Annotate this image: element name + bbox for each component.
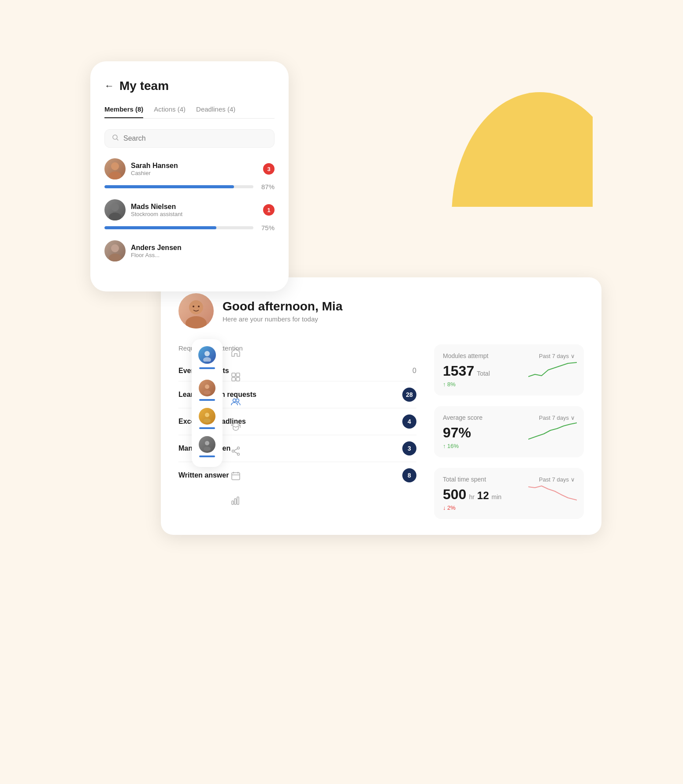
share-icon[interactable] (227, 442, 245, 460)
progress-row-sarah: 87% (104, 183, 275, 190)
attention-badge-manager: 3 (402, 441, 416, 455)
progress-fill-mads (104, 226, 216, 229)
sidebar-member-1[interactable] (192, 375, 223, 403)
attention-badge-written: 8 (402, 468, 416, 482)
sidebar-strip (192, 339, 223, 467)
sparkline-score (528, 421, 577, 443)
progress-fill-sarah (104, 185, 234, 188)
svg-point-39 (193, 306, 194, 307)
sidebar-active-user (198, 346, 216, 364)
svg-point-8 (109, 254, 121, 261)
progress-bg-sarah (104, 185, 253, 188)
svg-point-16 (204, 447, 211, 451)
stat-unit-modules: Total (477, 370, 490, 377)
svg-point-38 (186, 316, 207, 329)
back-button[interactable]: ← (104, 80, 114, 92)
sidebar-avatar-3 (199, 436, 215, 453)
svg-rect-34 (232, 501, 234, 504)
avatar-anders (104, 240, 126, 261)
svg-point-40 (198, 306, 200, 307)
svg-rect-17 (232, 373, 235, 377)
avatar-mads (104, 199, 126, 220)
user-avatar (178, 293, 214, 329)
svg-rect-19 (232, 377, 235, 381)
svg-line-2 (117, 139, 118, 140)
tab-actions[interactable]: Actions (4) (154, 105, 186, 118)
grid-icon[interactable] (227, 368, 245, 386)
svg-point-27 (232, 450, 234, 452)
sidebar-progress-1 (199, 399, 215, 401)
graduation-icon[interactable] (227, 418, 245, 435)
svg-point-11 (205, 385, 209, 389)
stat-change-score: ↑ 16% (443, 443, 575, 449)
stat-card-time: Total time spent Past 7 days ∨ 500 hr 12 (434, 468, 584, 519)
phone-card: ← My team Members (8) Actions (4) Deadli… (90, 61, 289, 291)
sidebar-progress-2 (199, 427, 215, 429)
sparkline-modules (528, 359, 577, 381)
sidebar-member-2[interactable] (192, 403, 223, 432)
member-role-mads: Stockroom assistant (131, 211, 258, 217)
svg-rect-30 (232, 473, 240, 480)
stat-number-time2: 12 (477, 489, 489, 502)
member-item-anders[interactable]: Anders Jensen Floor Ass... (104, 240, 275, 265)
calendar-icon[interactable] (227, 467, 245, 485)
svg-point-0 (452, 92, 593, 207)
sidebar-avatar-2 (199, 408, 215, 425)
greeting-subtitle: Here are your numbers for today (223, 315, 342, 323)
svg-rect-35 (234, 499, 236, 504)
member-role-anders: Floor Ass... (131, 252, 275, 258)
svg-point-26 (238, 453, 240, 455)
stat-header-modules: Modules attempt Past 7 days ∨ (443, 352, 575, 359)
svg-point-22 (236, 399, 239, 402)
svg-point-13 (205, 413, 209, 417)
progress-row-mads: 75% (104, 224, 275, 231)
stat-unit-min: min (492, 493, 502, 500)
svg-point-9 (204, 351, 210, 356)
svg-point-12 (204, 390, 211, 395)
svg-rect-36 (237, 497, 239, 504)
search-input[interactable] (123, 134, 267, 142)
tab-members[interactable]: Members (8) (104, 105, 143, 118)
svg-point-6 (109, 213, 121, 220)
sparkline-time (528, 482, 577, 504)
stat-number-modules: 1537 (443, 363, 474, 379)
member-info-anders: Anders Jensen Floor Ass... (131, 244, 275, 258)
svg-point-5 (111, 203, 119, 211)
stat-label-modules: Modules attempt (443, 352, 489, 359)
stat-period-score[interactable]: Past 7 days ∨ (539, 414, 575, 421)
home-icon[interactable] (227, 343, 245, 361)
page-title: My team (119, 79, 169, 93)
stat-change-time: ↓ 2% (443, 504, 575, 511)
stat-card-modules: Modules attempt Past 7 days ∨ 1537 Total (434, 344, 584, 396)
mountain-decoration (452, 66, 593, 207)
search-icon (112, 134, 119, 143)
greeting-title: Good afternoon, Mia (223, 299, 342, 314)
member-name-mads: Mads Nielsen (131, 203, 258, 211)
attention-value-event: 0 (412, 367, 416, 375)
member-name-sarah: Sarah Hansen (131, 162, 258, 170)
nav-icons-column (227, 343, 245, 509)
attention-badge-learning: 28 (402, 388, 416, 402)
phone-header: ← My team (104, 79, 275, 93)
member-item-sarah[interactable]: Sarah Hansen Cashier 3 87% (104, 158, 275, 190)
member-item-mads[interactable]: Mads Nielsen Stockroom assistant 1 75% (104, 199, 275, 231)
stat-header-time: Total time spent Past 7 days ∨ (443, 476, 575, 483)
outer-container: ← My team Members (8) Actions (4) Deadli… (55, 39, 628, 745)
stat-period-modules[interactable]: Past 7 days ∨ (539, 353, 575, 359)
member-badge-sarah: 3 (263, 163, 275, 175)
stat-period-time[interactable]: Past 7 days ∨ (539, 476, 575, 483)
sidebar-active-bar (199, 367, 215, 369)
sidebar-member-3[interactable] (192, 432, 223, 460)
tab-deadlines[interactable]: Deadlines (4) (196, 105, 235, 118)
svg-point-37 (189, 300, 203, 314)
svg-line-28 (234, 449, 238, 451)
team-icon[interactable] (227, 393, 245, 411)
sidebar-progress-3 (199, 455, 215, 457)
stat-change-modules: ↑ 8% (443, 381, 575, 388)
progress-bg-mads (104, 226, 253, 229)
search-bar[interactable] (104, 129, 275, 148)
attention-label-written: Written answer (178, 471, 229, 479)
chart-icon[interactable] (227, 492, 245, 509)
sidebar-avatar-1 (199, 380, 215, 396)
stat-label-time: Total time spent (443, 476, 486, 483)
